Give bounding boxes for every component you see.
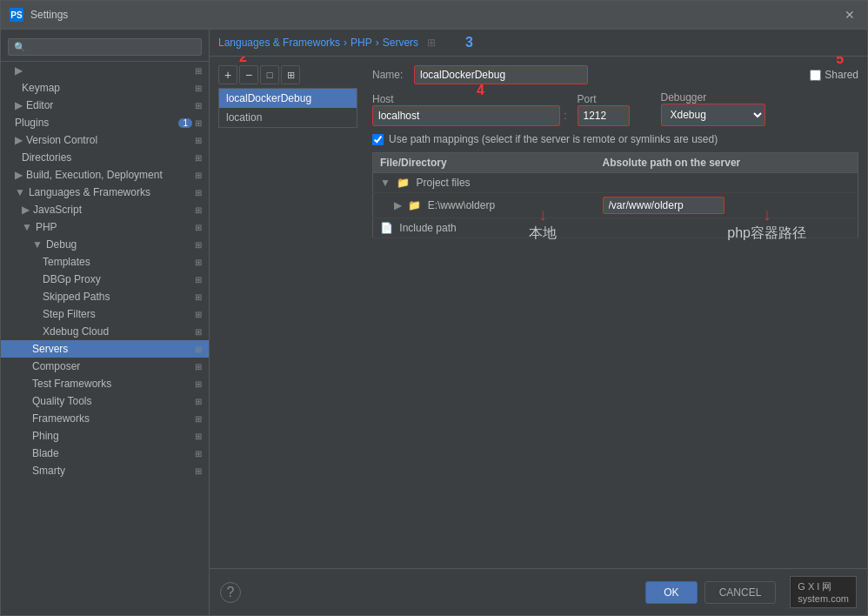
server-path-input[interactable] (603, 197, 724, 214)
expand-arrow-icon: ▼ (32, 238, 43, 251)
col-file-dir: File/Directory (373, 153, 596, 173)
sidebar-item-label: Languages & Frameworks (29, 186, 150, 198)
title-bar-left: PS Settings (10, 8, 68, 22)
sidebar-item-label: PHP (36, 221, 57, 233)
server-form: Name: 4 5 Shared (372, 65, 858, 238)
sidebar-ext-icon: ⊞ (195, 84, 202, 93)
sidebar-item-keymap[interactable]: Keymap ⊞ (1, 79, 209, 97)
close-button[interactable]: ✕ (841, 6, 858, 23)
sidebar-search-container (1, 33, 209, 62)
port-label: Port (578, 93, 630, 105)
sidebar-item-php[interactable]: ▼ PHP ⊞ (1, 218, 209, 236)
debugger-select[interactable]: Xdebug Zend Debugger (661, 104, 765, 126)
expand-arrow-icon: ▶ (15, 169, 23, 181)
sidebar-item-label: Directories (22, 151, 71, 164)
col-abs-path: Absolute path on the server (596, 153, 858, 173)
breadcrumb-item-servers[interactable]: Servers (383, 37, 418, 49)
settings-server-button[interactable]: ⊞ (281, 65, 300, 84)
sidebar-item-frameworks[interactable]: Frameworks ⊞ (1, 410, 209, 427)
remove-server-button[interactable]: − (239, 65, 258, 84)
sidebar-item-xdebug-cloud[interactable]: Xdebug Cloud ⊞ (1, 323, 209, 340)
include-path-cell: 📄 Include path (373, 218, 596, 238)
server-list-item-local-docker[interactable]: localDockerDebug (219, 89, 357, 108)
expand-arrow-icon: ▶ (22, 204, 30, 216)
sidebar-item-blade[interactable]: Blade ⊞ (1, 445, 209, 462)
sidebar-item-label: Test Frameworks (32, 378, 111, 390)
sidebar-item-languages[interactable]: ▼ Languages & Frameworks ⊞ (1, 184, 209, 201)
sidebar-item-label: JavaScript (33, 204, 82, 216)
sidebar-item-label: Servers (32, 343, 68, 355)
port-input[interactable] (578, 105, 630, 126)
servers-layout: 2 + − □ ⊞ localDockerDebug location (218, 65, 858, 238)
sidebar-item-label: Plugins (15, 117, 49, 129)
sidebar-item-label: Version Control (26, 134, 97, 146)
project-expand-icon[interactable]: ▼ (380, 177, 391, 189)
colon-sep: : (564, 110, 566, 122)
sidebar-item-directories[interactable]: Directories ⊞ (1, 149, 209, 166)
server-list-item-location[interactable]: location (219, 108, 357, 127)
sidebar-item-smarty[interactable]: Smarty ⊞ (1, 462, 209, 479)
sidebar-item-dbgp[interactable]: DBGp Proxy ⊞ (1, 271, 209, 288)
local-path-cell: ▶ 📁 E:\www\olderp (373, 193, 596, 218)
copy-server-button[interactable]: □ (260, 65, 279, 84)
host-label: Host (372, 93, 571, 105)
cancel-button[interactable]: CANCEL (704, 581, 777, 604)
sidebar: ▶ ⊞ Keymap ⊞ ▶ Editor ⊞ (1, 30, 210, 615)
include-path-label: Include path (399, 222, 456, 234)
sidebar-item-appearance[interactable]: ▶ ⊞ (1, 62, 209, 79)
include-path-icon: 📄 (380, 222, 393, 234)
sidebar-item-label: Smarty (32, 465, 65, 477)
sidebar-item-version-control[interactable]: ▶ Version Control ⊞ (1, 131, 209, 149)
folder-icon: 📁 (408, 199, 421, 211)
server-list-section: 2 + − □ ⊞ localDockerDebug location (218, 65, 362, 238)
sidebar-item-plugins[interactable]: Plugins 1 ⊞ (1, 114, 209, 131)
name-input[interactable] (414, 65, 588, 84)
sidebar-item-label: DBGp Proxy (43, 273, 101, 285)
dialog-title: Settings (30, 9, 68, 21)
sidebar-item-quality-tools[interactable]: Quality Tools ⊞ (1, 392, 209, 410)
path-mappings-checkbox-row: Use path mappings (select if the server … (372, 133, 858, 145)
breadcrumb-sep-1: › (344, 37, 347, 49)
breadcrumb: Languages & Frameworks › PHP › Servers ⊞… (210, 30, 867, 57)
sidebar-item-templates[interactable]: Templates ⊞ (1, 253, 209, 271)
main-content: ▶ ⊞ Keymap ⊞ ▶ Editor ⊞ (1, 30, 867, 615)
sidebar-item-build[interactable]: ▶ Build, Execution, Deployment ⊞ (1, 166, 209, 184)
sidebar-item-skipped-paths[interactable]: Skipped Paths ⊞ (1, 288, 209, 305)
use-path-mappings-checkbox[interactable] (372, 134, 384, 145)
mapping-table: File/Directory Absolute path on the serv… (372, 152, 858, 238)
ok-button[interactable]: OK (645, 581, 697, 604)
sidebar-item-composer[interactable]: Composer ⊞ (1, 358, 209, 375)
sidebar-item-step-filters[interactable]: Step Filters ⊞ (1, 305, 209, 323)
sidebar-plugins-icon: ⊞ (195, 118, 202, 128)
folder-expand-icon[interactable]: ▶ (394, 199, 402, 211)
sidebar-item-javascript[interactable]: ▶ JavaScript ⊞ (1, 201, 209, 218)
sidebar-item-debug[interactable]: ▼ Debug ⊞ (1, 236, 209, 253)
annotation-5: 5 (836, 57, 844, 67)
settings-dialog: PS Settings ✕ ▶ ⊞ Keymap (0, 0, 868, 616)
right-panel: Languages & Frameworks › PHP › Servers ⊞… (210, 30, 867, 615)
sidebar-item-label: Blade (32, 447, 59, 459)
help-button[interactable]: ? (220, 582, 241, 603)
debugger-label: Debugger (661, 91, 859, 104)
watermark-text: G X I 网 (798, 581, 831, 592)
name-label: Name: (372, 69, 407, 81)
sidebar-item-phing[interactable]: Phing ⊞ (1, 427, 209, 445)
host-input[interactable] (372, 105, 560, 126)
shared-checkbox[interactable] (810, 70, 821, 81)
project-files-label: Project files (417, 177, 471, 189)
sidebar-item-test-frameworks[interactable]: Test Frameworks ⊞ (1, 375, 209, 392)
sidebar-item-label: Quality Tools (32, 395, 91, 407)
sidebar-search-input[interactable] (8, 38, 202, 56)
project-folder-icon: 📁 (397, 177, 410, 189)
sidebar-item-servers[interactable]: Servers ⊞ (1, 340, 209, 358)
sidebar-item-editor[interactable]: ▶ Editor ⊞ (1, 97, 209, 114)
expand-arrow-icon: ▶ (15, 64, 23, 77)
sidebar-item-label: Build, Execution, Deployment (26, 169, 163, 181)
add-server-button[interactable]: + (218, 65, 237, 84)
expand-arrow-icon: ▶ (15, 134, 23, 146)
breadcrumb-item-php[interactable]: PHP (351, 37, 372, 49)
expand-arrow-icon: ▼ (15, 186, 25, 198)
panel-content: 2 + − □ ⊞ localDockerDebug location (210, 57, 867, 568)
expand-arrow-icon: ▶ (15, 99, 23, 111)
breadcrumb-item-languages[interactable]: Languages & Frameworks (218, 37, 340, 49)
